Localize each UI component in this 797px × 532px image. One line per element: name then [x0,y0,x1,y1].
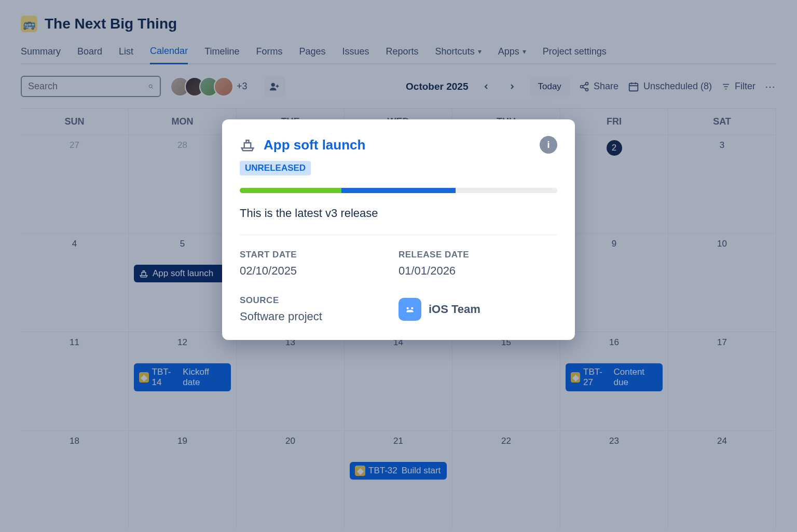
start-date-field: START DATE 02/10/2025 [240,250,398,278]
team-name: iOS Team [429,303,480,316]
team-field[interactable]: iOS Team [398,295,557,323]
progress-bar [240,188,557,193]
svg-point-15 [407,307,409,309]
team-icon [398,298,421,321]
svg-point-16 [411,307,413,309]
modal-overlay[interactable]: App soft launch i UNRELEASED This is the… [0,0,797,532]
popover-description: This is the latest v3 release [240,207,557,220]
ship-icon [240,137,255,153]
source-field: SOURCE Software project [240,295,398,323]
info-icon: i [547,140,549,151]
popover-title[interactable]: App soft launch [264,137,365,153]
release-date-field: RELEASE DATE 01/01/2026 [398,250,557,278]
release-popover: App soft launch i UNRELEASED This is the… [222,119,575,340]
status-badge: UNRELEASED [240,161,311,175]
info-button[interactable]: i [540,136,557,154]
